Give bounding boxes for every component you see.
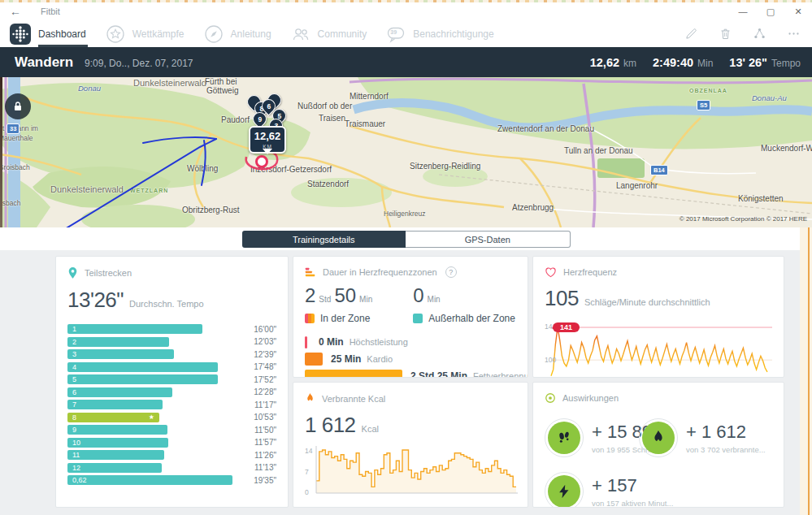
stat-unit: km	[623, 58, 636, 69]
split-row: 517'52"	[67, 374, 276, 384]
maximize-button[interactable]: ▢	[757, 3, 784, 19]
split-row: 1111'26"	[67, 450, 276, 460]
split-time: 11'26"	[254, 451, 276, 460]
tab-trainingsdetails[interactable]: Trainingsdetails	[242, 231, 406, 248]
max-hr-badge: 141	[553, 322, 580, 332]
map-place-label: Heiligenkreuz	[384, 210, 426, 218]
split-bar[interactable]: 9	[67, 425, 167, 435]
nav-item-dashboard[interactable]: Dashboard	[10, 20, 86, 47]
split-bar[interactable]: 11	[67, 450, 164, 460]
split-label: 6	[67, 387, 76, 397]
map-place-label: Donau-Au	[752, 93, 787, 102]
split-label: 7	[67, 400, 76, 409]
split-bar[interactable]: 7	[67, 400, 163, 409]
split-label: 5	[67, 374, 76, 384]
split-time: 10'53"	[254, 413, 276, 422]
split-time: 16'00"	[254, 325, 276, 334]
map-place-label: OBZENLAA	[689, 88, 727, 93]
split-bar[interactable]: 5	[67, 374, 218, 384]
minimize-button[interactable]: —	[729, 3, 757, 19]
map-place-label: Nußdorf ob der	[297, 102, 352, 110]
split-time: 11'50"	[254, 426, 276, 435]
target-icon	[545, 392, 556, 404]
main-nav: DashboardWettkämpfeAnleitungCommunity39B…	[0, 20, 812, 47]
ellipsis-icon[interactable]	[787, 27, 801, 41]
split-row: 212'03"	[67, 337, 276, 347]
map-place-label: Traisen	[319, 114, 345, 123]
split-bar[interactable]: 10	[67, 438, 168, 448]
split-bar[interactable]: 0,62	[67, 475, 232, 485]
map-pin-icon	[67, 266, 78, 279]
lock-icon	[11, 100, 24, 113]
route-map[interactable]: DonauDunkelsteinerwaldFürth beiGöttweigP…	[0, 77, 812, 227]
trash-icon[interactable]	[719, 27, 732, 41]
split-label: 2	[67, 337, 76, 347]
tab-gps-daten[interactable]: GPS-Daten	[406, 231, 571, 248]
stat-unit: Tempo	[771, 58, 801, 69]
nav-item-wettkaempfe[interactable]: Wettkämpfe	[106, 20, 185, 47]
window-title: Fitbit	[41, 6, 60, 16]
avg-pace-value: 13'26"	[67, 288, 124, 313]
nav-item-community[interactable]: Community	[291, 20, 367, 47]
map-place-label: Dunkelsteinerwald	[50, 184, 124, 194]
share-icon[interactable]	[753, 27, 766, 41]
fitbit-logo-icon	[10, 24, 31, 45]
chat-bubble-icon: 39	[386, 24, 406, 44]
people-icon	[291, 24, 310, 44]
split-bar[interactable]: 12	[67, 463, 162, 473]
zone-row: 25 MinKardio	[305, 353, 516, 366]
map-place-label: Sitzenberg-Reidling	[410, 162, 480, 171]
impact-item: + 157von 157 aktiven Minut...	[545, 472, 673, 508]
card-verbrannte-kcal: Verbrannte Kcal 1 612 Kcal 14700:00 Min2…	[293, 382, 528, 508]
split-time: 11'57"	[254, 438, 276, 447]
split-time: 17'52"	[254, 375, 276, 384]
split-label: 1	[67, 324, 76, 334]
nav-item-label: Anleitung	[231, 28, 271, 40]
stat-value: 2:49:40	[653, 56, 693, 69]
split-label: 8	[67, 413, 76, 422]
split-time: 11'13"	[254, 463, 276, 472]
zone-label: Kardio	[367, 354, 393, 364]
compass-icon	[204, 24, 224, 44]
hr-value: 105	[545, 286, 579, 311]
zone-time: 0 Min	[319, 336, 344, 348]
close-button[interactable]: ✕	[784, 3, 812, 19]
titlebar: ← Fitbit — ▢ ✕	[0, 2, 812, 20]
map-place-label: Königstetten	[738, 194, 784, 203]
impact-item: + 1 612von 3 702 verbrannte...	[639, 418, 766, 457]
split-row: 1011'57"	[67, 438, 276, 448]
nav-item-label: Dashboard	[38, 28, 86, 40]
in-zone-swatch	[305, 314, 315, 323]
impact-ring	[545, 418, 584, 457]
split-row: 612'28"	[67, 387, 276, 397]
zones-title: Dauer in Herzfrequenzzonen	[323, 267, 437, 277]
kcal-unit: Kcal	[362, 424, 379, 434]
split-bar[interactable]: 4	[67, 362, 218, 372]
impact-sub: von 157 aktiven Minut...	[592, 499, 673, 508]
zones-bar-list: 0 MinHöchstleistung25 MinKardio2 Std 25 …	[305, 335, 516, 378]
map-lock-button[interactable]	[5, 93, 31, 119]
split-bar[interactable]: 8★	[67, 413, 159, 422]
nav-item-anleitung[interactable]: Anleitung	[204, 20, 271, 47]
zone-bar	[305, 336, 307, 348]
map-place-label: Wölbling	[187, 164, 218, 173]
map-place-label: Obritzberg-Rust	[182, 206, 240, 214]
pencil-icon[interactable]	[684, 27, 698, 41]
notification-count-badge: 39	[390, 29, 397, 35]
out-zone-swatch	[413, 314, 423, 323]
help-icon[interactable]: ?	[445, 266, 457, 278]
impact-items: + 15 891von 19 955 Schritten+ 1 612von 3…	[545, 407, 772, 504]
split-bar[interactable]: 6	[67, 387, 172, 397]
split-bar[interactable]: 2	[67, 337, 169, 347]
nav-item-benachrichtigungen[interactable]: 39Benachrichtigunge	[386, 20, 493, 47]
split-bar[interactable]: 1	[67, 324, 202, 334]
card-auswirkungen: Auswirkungen + 15 891von 19 955 Schritte…	[532, 382, 784, 508]
avg-pace-label: Durchschn. Tempo	[129, 299, 204, 309]
split-bar[interactable]: 3	[67, 349, 174, 359]
back-button[interactable]: ←	[10, 5, 21, 18]
zone-bar	[305, 370, 402, 378]
zone-row: 0 MinHöchstleistung	[305, 335, 516, 348]
split-row: 417'48"	[67, 362, 276, 372]
distance-pin[interactable]: 12,62 KM	[249, 126, 286, 154]
map-place-label: Muckendorf-W	[761, 144, 812, 153]
